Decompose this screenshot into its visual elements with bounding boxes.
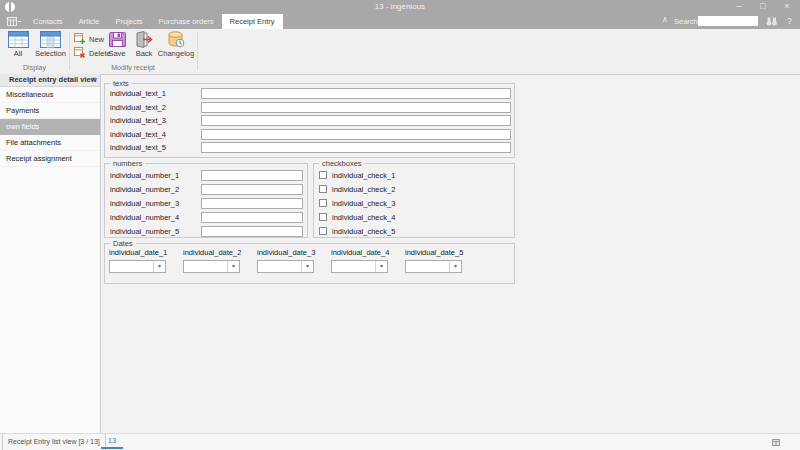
individual-text-2-input[interactable] bbox=[201, 102, 511, 113]
individual-check-5-checkbox[interactable] bbox=[319, 227, 327, 235]
individual-number-1-input[interactable] bbox=[201, 170, 303, 181]
chevron-down-icon[interactable]: ▾ bbox=[449, 261, 461, 272]
display-group-label: Display bbox=[0, 64, 69, 71]
new-tab-grid-icon[interactable] bbox=[772, 439, 780, 446]
individual-date-4-select[interactable]: ▾ bbox=[331, 260, 388, 273]
individual-text-4-input[interactable] bbox=[201, 129, 511, 140]
checkboxes-group: checkboxes individual_check_1 individual… bbox=[313, 163, 515, 238]
individual-check-3-checkbox[interactable] bbox=[319, 199, 327, 207]
sidebar-item-miscellaneous[interactable]: Miscellaneous bbox=[0, 87, 100, 103]
checkbox-label: individual_check_1 bbox=[332, 170, 395, 181]
tab-contacts[interactable]: Contacts bbox=[25, 14, 71, 29]
chevron-down-icon[interactable]: ▾ bbox=[153, 261, 165, 272]
field-label: individual_date_5 bbox=[405, 248, 463, 257]
modify-receipt-group-label: Modify receipt bbox=[69, 64, 197, 71]
save-button[interactable]: Save bbox=[104, 31, 130, 62]
selection-button-label: Selection bbox=[35, 49, 65, 58]
individual-number-5-input[interactable] bbox=[201, 226, 303, 237]
tab-document-13[interactable]: 13 bbox=[101, 434, 123, 449]
sidebar-item-file-attachments[interactable]: File attachments bbox=[0, 135, 100, 151]
field-label: individual_date_1 bbox=[109, 248, 167, 257]
delete-record-icon bbox=[74, 47, 86, 59]
chevron-down-icon[interactable]: ▾ bbox=[375, 261, 387, 272]
new-button[interactable]: New bbox=[74, 33, 104, 45]
tab-receipt-entry[interactable]: Receipt Entry bbox=[222, 14, 283, 29]
tab-receipt-entry-list-view[interactable]: Receipt Entry list view [3 / 13] bbox=[2, 434, 106, 450]
field-label: individual_text_5 bbox=[110, 142, 166, 153]
tab-purchase-orders[interactable]: Purchase orders bbox=[151, 14, 222, 29]
individual-number-2-input[interactable] bbox=[201, 184, 303, 195]
binoculars-search-icon[interactable] bbox=[766, 17, 778, 26]
field-label: individual_text_4 bbox=[110, 129, 166, 140]
selection-button[interactable]: Selection bbox=[35, 31, 65, 62]
minimize-button[interactable]: – bbox=[730, 0, 748, 14]
individual-text-1-input[interactable] bbox=[201, 88, 511, 99]
field-label: individual_number_1 bbox=[110, 170, 179, 181]
search-input[interactable] bbox=[698, 16, 758, 26]
table-selection-icon bbox=[40, 31, 61, 48]
checkbox-label: individual_check_3 bbox=[332, 198, 395, 209]
maximize-button[interactable]: □ bbox=[754, 0, 772, 14]
all-button-label: All bbox=[3, 49, 33, 58]
dates-group: Dates individual_date_1 ▾ individual_dat… bbox=[104, 243, 515, 284]
individual-date-1-select[interactable]: ▾ bbox=[109, 260, 166, 273]
window-title: 13 - ingenious bbox=[0, 2, 800, 11]
ribbon-tab-row: Contacts Article Projects Purchase order… bbox=[0, 14, 800, 29]
individual-date-3-select[interactable]: ▾ bbox=[257, 260, 314, 273]
sidebar-header: Receipt entry detail view « bbox=[0, 74, 100, 87]
sidebar-header-label: Receipt entry detail view bbox=[9, 75, 97, 84]
individual-date-2-select[interactable]: ▾ bbox=[183, 260, 240, 273]
sidebar-item-payments[interactable]: Payments bbox=[0, 103, 100, 119]
texts-group-title: texts bbox=[110, 79, 132, 88]
individual-check-2-checkbox[interactable] bbox=[319, 185, 327, 193]
search-label: Search: bbox=[674, 17, 700, 26]
ribbon-group-separator bbox=[197, 32, 198, 70]
back-button-label: Back bbox=[131, 49, 157, 58]
chevron-down-icon[interactable]: ▾ bbox=[301, 261, 313, 272]
checkbox-label: individual_check_2 bbox=[332, 184, 395, 195]
title-bar: 13 - ingenious – □ × bbox=[0, 0, 800, 14]
changelog-button-label: Changelog bbox=[157, 49, 195, 58]
new-record-icon bbox=[74, 33, 86, 45]
save-button-label: Save bbox=[104, 49, 130, 58]
individual-text-3-input[interactable] bbox=[201, 115, 511, 126]
field-label: individual_text_2 bbox=[110, 102, 166, 113]
back-door-icon bbox=[134, 31, 154, 48]
individual-number-4-input[interactable] bbox=[201, 212, 303, 223]
close-button[interactable]: × bbox=[778, 0, 796, 14]
field-label: individual_date_2 bbox=[183, 248, 241, 257]
field-label: individual_text_1 bbox=[110, 88, 166, 99]
sidebar-receipt-detail-nav: Receipt entry detail view « Miscellaneou… bbox=[0, 74, 101, 433]
field-label: individual_text_3 bbox=[110, 115, 166, 126]
individual-check-1-checkbox[interactable] bbox=[319, 171, 327, 179]
changelog-database-clock-icon bbox=[167, 31, 185, 48]
help-icon[interactable]: ? bbox=[787, 16, 792, 26]
field-label: individual_date_3 bbox=[257, 248, 315, 257]
back-button[interactable]: Back bbox=[131, 31, 157, 62]
save-floppy-icon bbox=[108, 31, 127, 48]
sidebar-item-receipt-assignment[interactable]: Receipt assignment bbox=[0, 151, 100, 167]
collapse-ribbon-icon[interactable]: ∧ bbox=[662, 15, 668, 24]
checkboxes-group-title: checkboxes bbox=[319, 159, 365, 168]
sidebar-collapse-icon[interactable]: « bbox=[91, 73, 96, 85]
field-label: individual_number_5 bbox=[110, 226, 179, 237]
tab-projects[interactable]: Projects bbox=[107, 14, 150, 29]
ribbon-tabs: Contacts Article Projects Purchase order… bbox=[25, 14, 283, 29]
individual-text-5-input[interactable] bbox=[201, 142, 511, 153]
field-label: individual_number_2 bbox=[110, 184, 179, 195]
new-button-label: New bbox=[89, 35, 104, 44]
field-label: individual_number_4 bbox=[110, 212, 179, 223]
numbers-group: numbers individual_number_1 individual_n… bbox=[104, 163, 308, 238]
sidebar-item-own-fields[interactable]: own fields bbox=[0, 119, 100, 135]
individual-date-5-select[interactable]: ▾ bbox=[405, 260, 462, 273]
ribbon: All Selection Display New Delete bbox=[0, 29, 800, 75]
checkbox-label: individual_check_5 bbox=[332, 226, 395, 237]
individual-check-4-checkbox[interactable] bbox=[319, 213, 327, 221]
all-button[interactable]: All bbox=[3, 31, 33, 62]
tab-article[interactable]: Article bbox=[71, 14, 108, 29]
document-tab-bar: Receipt Entry list view [3 / 13] 13 bbox=[0, 433, 800, 450]
individual-number-3-input[interactable] bbox=[201, 198, 303, 209]
changelog-button[interactable]: Changelog bbox=[157, 31, 195, 62]
chevron-down-icon[interactable]: ▾ bbox=[227, 261, 239, 272]
app-menu-grid-icon[interactable] bbox=[7, 17, 21, 26]
